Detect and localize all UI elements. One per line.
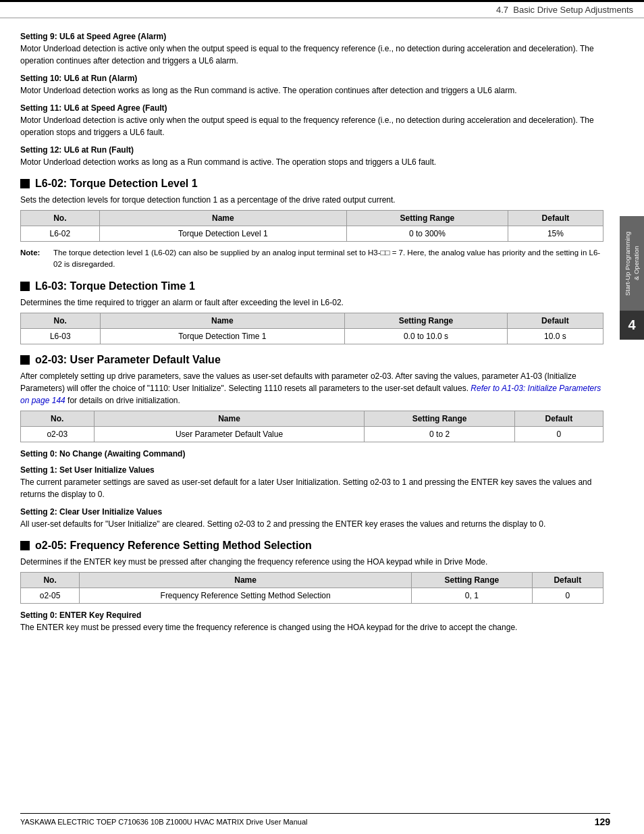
o203-setting1-heading: Setting 1: Set User Initialize Values bbox=[20, 465, 603, 475]
o203-icon bbox=[20, 355, 30, 365]
l603-row-default: 10.0 s bbox=[507, 328, 603, 344]
o205-table: No. Name Setting Range Default o2-05 Fre… bbox=[20, 572, 603, 604]
setting9-heading: Setting 9: UL6 at Speed Agree (Alarm) bbox=[20, 32, 603, 41]
l603-col-no: No. bbox=[21, 313, 101, 328]
setting10-heading: Setting 10: UL6 at Run (Alarm) bbox=[20, 74, 603, 83]
l603-col-range: Setting Range bbox=[345, 313, 508, 328]
l603-row-range: 0.0 to 10.0 s bbox=[345, 328, 508, 344]
footer-doc: TOEP C710636 10B Z1000U HVAC MATRIX Driv… bbox=[97, 818, 308, 826]
l603-icon bbox=[20, 282, 30, 291]
setting12-body: Motor Underload detection works as long … bbox=[20, 156, 603, 168]
o203-setting2-heading: Setting 2: Clear User Initialize Values bbox=[20, 507, 603, 517]
footer-left: YASKAWA ELECTRIC TOEP C710636 10B Z1000U… bbox=[20, 818, 308, 826]
o205-row-default: 0 bbox=[532, 588, 603, 603]
l602-col-range: Setting Range bbox=[347, 211, 508, 226]
l602-heading: L6-02: Torque Detection Level 1 bbox=[20, 178, 603, 190]
o205-row-name: Frequency Reference Setting Method Selec… bbox=[80, 588, 412, 603]
sidebar-label: Start-Up Programming & Operation bbox=[620, 216, 644, 311]
table-row: L6-02 Torque Detection Level 1 0 to 300%… bbox=[21, 226, 603, 242]
l602-col-name: Name bbox=[99, 211, 346, 226]
o205-col-range: Setting Range bbox=[412, 572, 533, 588]
sidebar-number: 4 bbox=[620, 311, 644, 340]
o203-col-default: Default bbox=[514, 411, 603, 426]
o203-row-range: 0 to 2 bbox=[365, 426, 514, 442]
l602-icon bbox=[20, 179, 30, 188]
l603-col-default: Default bbox=[507, 313, 603, 328]
o203-col-name: Name bbox=[94, 411, 365, 426]
l603-intro: Determines the time required to trigger … bbox=[20, 296, 603, 309]
l603-col-name: Name bbox=[100, 313, 345, 328]
l602-row-range: 0 to 300% bbox=[347, 226, 508, 242]
l602-note-label: Note: bbox=[20, 247, 51, 271]
setting9-body: Motor Underload detection is active only… bbox=[20, 43, 603, 67]
o205-intro: Determines if the ENTER key must be pres… bbox=[20, 556, 603, 568]
l602-note-text: The torque detection level 1 (L6-02) can… bbox=[53, 247, 603, 271]
header-title: 4.7 Basic Drive Setup Adjustments bbox=[496, 5, 633, 15]
footer-page: 129 bbox=[595, 816, 610, 827]
l603-heading: L6-03: Torque Detection Time 1 bbox=[20, 280, 603, 292]
l602-row-no: L6-02 bbox=[21, 226, 100, 242]
l602-intro: Sets the detection levels for torque det… bbox=[20, 194, 603, 206]
l602-row-name: Torque Detection Level 1 bbox=[99, 226, 346, 242]
setting11-heading: Setting 11: UL6 at Speed Agree (Fault) bbox=[20, 103, 603, 113]
top-header: 4.7 Basic Drive Setup Adjustments bbox=[0, 0, 644, 18]
setting12-heading: Setting 12: UL6 at Run (Fault) bbox=[20, 145, 603, 155]
o205-row-range: 0, 1 bbox=[412, 588, 533, 603]
l602-col-default: Default bbox=[508, 211, 603, 226]
o203-heading: o2-03: User Parameter Default Value bbox=[20, 354, 603, 366]
table-row: o2-03 User Parameter Default Value 0 to … bbox=[21, 426, 603, 442]
o205-heading: o2-05: Frequency Reference Setting Metho… bbox=[20, 540, 603, 552]
table-row: o2-05 Frequency Reference Setting Method… bbox=[21, 588, 603, 603]
l603-table: No. Name Setting Range Default L6-03 Tor… bbox=[20, 313, 603, 344]
l602-col-no: No. bbox=[21, 211, 100, 226]
o203-row-no: o2-03 bbox=[21, 426, 95, 442]
o203-table: No. Name Setting Range Default o2-03 Use… bbox=[20, 411, 603, 442]
o203-setting2-body: All user-set defaults for "User Initiali… bbox=[20, 518, 603, 530]
o205-col-default: Default bbox=[532, 572, 603, 588]
table-row: L6-03 Torque Detection Time 1 0.0 to 10.… bbox=[21, 328, 603, 344]
l603-row-name: Torque Detection Time 1 bbox=[100, 328, 345, 344]
footer-brand: YASKAWA ELECTRIC bbox=[20, 818, 95, 826]
setting10-body: Motor Underload detection works as long … bbox=[20, 84, 603, 97]
l602-row-default: 15% bbox=[508, 226, 603, 242]
o203-intro: After completely setting up drive parame… bbox=[20, 370, 603, 407]
o205-col-no: No. bbox=[21, 572, 80, 588]
l603-row-no: L6-03 bbox=[21, 328, 101, 344]
l602-note: Note: The torque detection level 1 (L6-0… bbox=[20, 247, 603, 271]
o205-setting0-body: The ENTER key must be pressed every time… bbox=[20, 621, 603, 633]
o203-setting0-heading: Setting 0: No Change (Awaiting Command) bbox=[20, 449, 603, 459]
o205-col-name: Name bbox=[80, 572, 412, 588]
main-content: Setting 9: UL6 at Speed Agree (Alarm) Mo… bbox=[0, 18, 617, 644]
o203-row-default: 0 bbox=[514, 426, 603, 442]
o205-row-no: o2-05 bbox=[21, 588, 80, 603]
o203-col-range: Setting Range bbox=[365, 411, 514, 426]
o203-setting1-body: The current parameter settings are saved… bbox=[20, 476, 603, 500]
o205-setting0-heading: Setting 0: ENTER Key Required bbox=[20, 610, 603, 620]
o203-col-no: No. bbox=[21, 411, 95, 426]
o205-icon bbox=[20, 541, 30, 550]
setting11-body: Motor Underload detection is active only… bbox=[20, 114, 603, 138]
page-wrapper: 4.7 Basic Drive Setup Adjustments Settin… bbox=[0, 0, 644, 834]
l602-table: No. Name Setting Range Default L6-02 Tor… bbox=[20, 210, 603, 242]
o203-row-name: User Parameter Default Value bbox=[94, 426, 365, 442]
page-footer: YASKAWA ELECTRIC TOEP C710636 10B Z1000U… bbox=[20, 813, 610, 827]
